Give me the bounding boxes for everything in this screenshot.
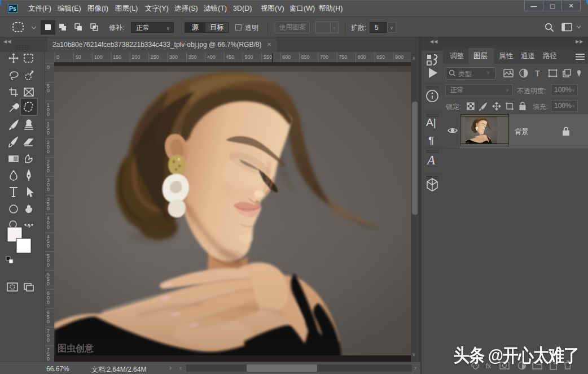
svg-text:0: 0 (47, 262, 50, 268)
svg-text:300: 300 (169, 54, 178, 60)
svg-text:0: 0 (47, 281, 50, 286)
svg-text:0: 0 (47, 168, 50, 173)
svg-text:800: 800 (358, 54, 366, 60)
svg-text:0: 0 (47, 130, 50, 136)
svg-text:450: 450 (226, 54, 234, 60)
svg-text:350: 350 (188, 54, 197, 60)
svg-text:100: 100 (94, 54, 103, 60)
svg-text:0: 0 (47, 319, 50, 324)
svg-text:0: 0 (47, 299, 50, 305)
svg-text:0: 0 (47, 64, 50, 70)
svg-text:750: 750 (339, 54, 347, 60)
svg-text:0: 0 (47, 224, 50, 230)
svg-text:A: A (426, 153, 436, 167)
svg-text:250: 250 (151, 54, 159, 60)
svg-text:0: 0 (56, 54, 59, 60)
svg-text:0: 0 (47, 206, 50, 211)
svg-text:900: 900 (395, 54, 403, 60)
svg-text:T: T (535, 68, 540, 78)
svg-text:0: 0 (47, 243, 50, 249)
svg-text:¶: ¶ (428, 134, 434, 146)
svg-text:0: 0 (47, 186, 50, 192)
svg-text:0: 0 (47, 337, 50, 343)
svg-text:600: 600 (282, 54, 291, 60)
svg-text:400: 400 (207, 54, 216, 60)
svg-text:500: 500 (245, 54, 253, 60)
svg-text:0: 0 (47, 356, 50, 362)
svg-text:200: 200 (131, 54, 140, 60)
svg-text:0: 0 (47, 111, 50, 117)
svg-text:650: 650 (301, 54, 310, 60)
svg-text:850: 850 (376, 54, 385, 60)
svg-text:550: 550 (264, 54, 272, 60)
svg-text:0: 0 (47, 88, 50, 93)
svg-text:0: 0 (47, 149, 50, 154)
svg-text:A|: A| (426, 116, 436, 128)
svg-text:50: 50 (75, 54, 81, 60)
svg-text:150: 150 (113, 54, 121, 60)
svg-text:700: 700 (320, 54, 328, 60)
